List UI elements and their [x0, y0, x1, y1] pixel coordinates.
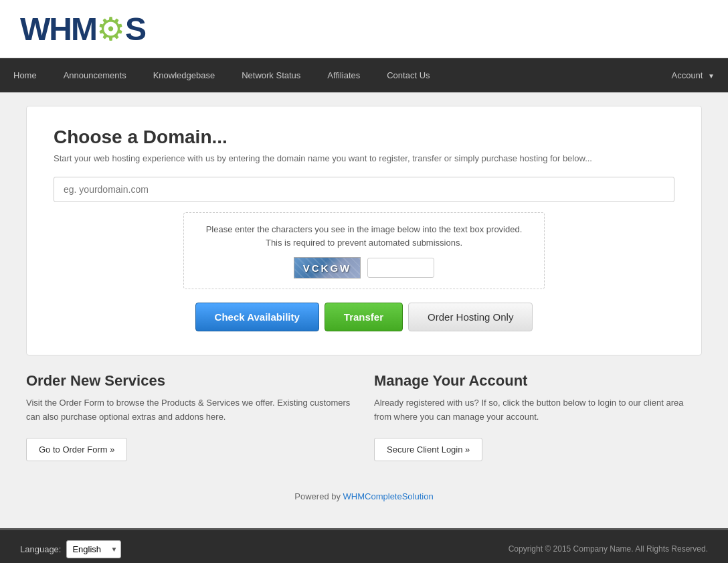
nav-link-knowledgebase[interactable]: Knowledgebase [140, 58, 229, 92]
nav-link-network-status[interactable]: Network Status [228, 58, 314, 92]
powered-by-prefix: Powered by [294, 491, 343, 501]
nav-link-home[interactable]: Home [0, 58, 50, 92]
go-to-order-form-button[interactable]: Go to Order Form » [26, 438, 127, 461]
chevron-down-icon: ▼ [708, 72, 715, 80]
header: WHM ⚙ S [0, 0, 728, 58]
captcha-instruction: Please enter the characters you see in t… [197, 223, 531, 249]
two-column-section: Order New Services Visit the Order Form … [26, 372, 702, 461]
powered-by-link[interactable]: WHMCompleteSolution [343, 491, 434, 501]
transfer-button[interactable]: Transfer [325, 303, 403, 331]
manage-account-section: Manage Your Account Already registered w… [374, 372, 702, 461]
nav-item-network-status[interactable]: Network Status [228, 58, 314, 92]
captcha-inner: VCKGW [197, 257, 531, 278]
language-label: Language: [20, 544, 61, 554]
logo: WHM ⚙ S [20, 10, 708, 48]
order-services-section: Order New Services Visit the Order Form … [26, 372, 354, 461]
domain-box-title: Choose a Domain... [54, 127, 674, 148]
manage-account-title: Manage Your Account [374, 372, 702, 390]
nav-item-contact-us[interactable]: Contact Us [373, 58, 443, 92]
nav-item-affiliates[interactable]: Affiliates [314, 58, 373, 92]
gear-icon: ⚙ [96, 10, 125, 48]
language-select[interactable]: English Spanish French German [66, 540, 121, 558]
nav-link-account[interactable]: Account ▼ [658, 58, 728, 92]
logo-text-part1: WHM [20, 11, 96, 48]
nav-item-knowledgebase[interactable]: Knowledgebase [140, 58, 229, 92]
nav-link-contact-us[interactable]: Contact Us [373, 58, 443, 92]
nav-link-affiliates[interactable]: Affiliates [314, 58, 373, 92]
action-buttons: Check Availability Transfer Order Hostin… [54, 303, 674, 331]
footer-bar: Language: English Spanish French German … [0, 528, 728, 563]
navbar: Home Announcements Knowledgebase Network… [0, 58, 728, 92]
nav-item-announcements[interactable]: Announcements [50, 58, 140, 92]
nav-link-announcements[interactable]: Announcements [50, 58, 140, 92]
language-selector: Language: English Spanish French German … [20, 540, 121, 558]
copyright-text: Copyright © 2015 Company Name. All Right… [509, 544, 708, 554]
powered-by: Powered by WHMCompleteSolution [26, 481, 702, 515]
captcha-image: VCKGW [294, 257, 361, 278]
captcha-box: Please enter the characters you see in t… [183, 212, 545, 289]
order-services-description: Visit the Order Form to browse the Produ… [26, 396, 354, 424]
manage-account-description: Already registered with us? If so, click… [374, 396, 702, 424]
main-content: Choose a Domain... Start your web hostin… [13, 106, 715, 515]
order-hosting-button[interactable]: Order Hosting Only [408, 303, 533, 331]
language-select-wrapper: English Spanish French German ▼ [66, 540, 121, 558]
nav-item-home[interactable]: Home [0, 58, 50, 92]
captcha-input[interactable] [367, 258, 434, 278]
order-services-title: Order New Services [26, 372, 354, 390]
secure-client-login-button[interactable]: Secure Client Login » [374, 438, 482, 461]
captcha-code: VCKGW [303, 262, 352, 274]
logo-text-part2: S [125, 11, 145, 48]
domain-input[interactable] [54, 177, 674, 202]
domain-box-subtitle: Start your web hosting experience with u… [54, 153, 674, 163]
domain-chooser-box: Choose a Domain... Start your web hostin… [26, 106, 702, 355]
check-availability-button[interactable]: Check Availability [195, 303, 319, 331]
nav-item-account[interactable]: Account ▼ [658, 58, 728, 92]
